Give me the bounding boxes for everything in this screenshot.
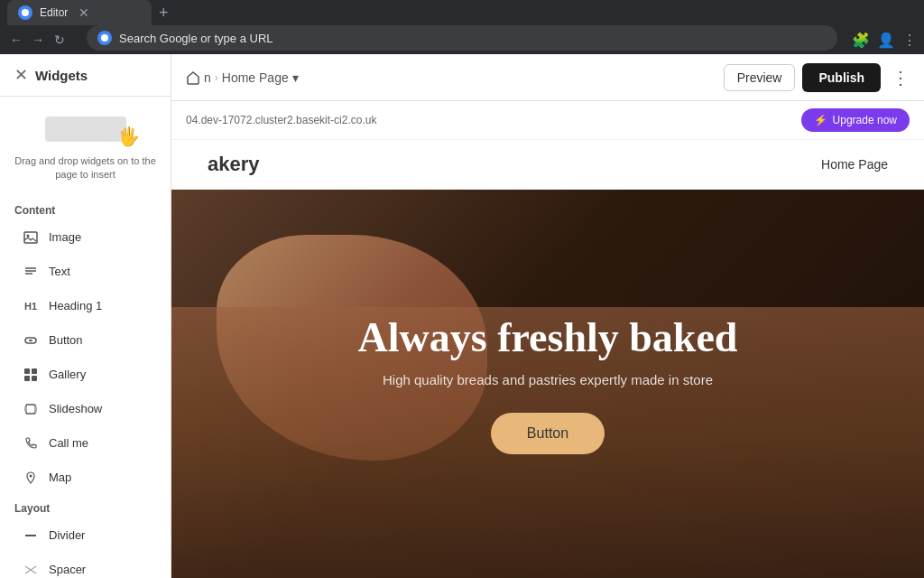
hero-subtitle: High quality breads and pastries expertl… [358, 372, 738, 387]
preview-button[interactable]: Preview [724, 64, 796, 91]
site-logo: akery [208, 153, 260, 176]
svg-rect-14 [34, 406, 37, 412]
sidebar-title: Widgets [35, 68, 88, 83]
editor-main: n › Home Page ▾ Preview Publish ⋮ 04.dev… [171, 54, 924, 578]
drag-hint-text: Drag and drop widgets on to the page to … [14, 154, 156, 182]
header-actions: Preview Publish ⋮ [724, 63, 910, 92]
hero-cta-button[interactable]: Button [491, 413, 605, 454]
active-tab[interactable]: Editor ✕ [7, 0, 152, 25]
button-icon [22, 331, 40, 350]
editor-layout: ✕ Widgets 🖐 Drag and drop widgets on to … [0, 54, 924, 578]
map-icon [22, 469, 40, 487]
image-label: Image [49, 230, 81, 244]
widgets-sidebar: ✕ Widgets 🖐 Drag and drop widgets on to … [0, 54, 171, 578]
svg-rect-0 [24, 232, 37, 243]
sidebar-header: ✕ Widgets [0, 54, 171, 97]
breadcrumb-page[interactable]: Home Page ▾ [222, 70, 299, 85]
widget-item-image[interactable]: Image [7, 221, 163, 254]
widget-item-callme[interactable]: Call me [7, 427, 163, 460]
widget-item-spacer[interactable]: Spacer [7, 554, 163, 578]
browser-actions: 🧩 👤 ⋮ [852, 32, 917, 49]
svg-rect-10 [24, 376, 30, 381]
slideshow-icon [22, 400, 40, 418]
divider-icon [22, 527, 40, 545]
slideshow-label: Slideshow [49, 402, 102, 415]
spacer-label: Spacer [49, 563, 86, 576]
content-section-label: Content [0, 197, 171, 220]
profile-icon[interactable]: 👤 [877, 32, 895, 49]
heading1-icon: H1 [22, 297, 40, 315]
browser-chrome: Editor ✕ + ← → ↻ Search Google or type a… [0, 0, 924, 54]
heading1-label: Heading 1 [49, 299, 102, 312]
reload-button[interactable]: ↻ [51, 31, 69, 49]
drag-rectangle [45, 117, 126, 142]
widget-item-divider[interactable]: Divider [7, 519, 163, 552]
site-favicon [97, 31, 112, 45]
svg-point-1 [27, 234, 30, 237]
svg-rect-11 [32, 376, 37, 381]
page-content: 04.dev-17072.cluster2.basekit-ci2.co.uk … [171, 101, 924, 578]
hero-content: Always freshly baked High quality breads… [358, 313, 738, 454]
spacer-icon [22, 561, 40, 578]
editor-header: n › Home Page ▾ Preview Publish ⋮ [171, 54, 924, 101]
svg-rect-13 [24, 406, 27, 412]
button-label: Button [49, 333, 83, 347]
drag-drop-area: 🖐 Drag and drop widgets on to the page t… [0, 97, 171, 197]
publish-button[interactable]: Publish [802, 63, 881, 92]
more-options-button[interactable]: ⋮ [892, 67, 910, 89]
svg-rect-9 [32, 368, 37, 374]
breadcrumb-home[interactable]: n [186, 70, 211, 85]
menu-icon[interactable]: ⋮ [902, 32, 917, 49]
image-icon [22, 228, 40, 247]
tab-title: Editor [40, 6, 68, 19]
svg-point-15 [30, 474, 32, 477]
hand-cursor-icon: 🖐 [117, 126, 140, 147]
extensions-icon[interactable]: 🧩 [852, 32, 870, 49]
breadcrumb: n › Home Page ▾ [186, 70, 299, 85]
address-bar[interactable]: Search Google or type a URL [87, 25, 837, 51]
nav-icons: ← → ↻ [7, 31, 69, 49]
site-nav-home[interactable]: Home Page [821, 157, 888, 172]
back-button[interactable]: ← [7, 31, 25, 49]
divider-label: Divider [49, 528, 85, 542]
upgrade-label: Upgrade now [833, 114, 897, 126]
drag-icon: 🖐 [32, 111, 140, 147]
forward-button[interactable]: → [29, 31, 47, 49]
address-text: Search Google or type a URL [119, 32, 827, 45]
widget-item-gallery[interactable]: Gallery [7, 359, 163, 391]
hero-section: Always freshly baked High quality breads… [171, 190, 924, 578]
page-dropdown-icon: ▾ [292, 70, 299, 85]
widget-item-button[interactable]: Button [7, 324, 163, 357]
close-sidebar-button[interactable]: ✕ [14, 65, 28, 85]
gallery-label: Gallery [49, 368, 86, 381]
widget-item-heading1[interactable]: H1 Heading 1 [7, 290, 163, 322]
page-url-bar: 04.dev-17072.cluster2.basekit-ci2.co.uk … [171, 101, 924, 140]
callme-label: Call me [49, 436, 88, 450]
gallery-icon [22, 366, 40, 384]
site-header: akery Home Page [171, 140, 924, 190]
text-label: Text [49, 265, 70, 278]
page-url-text: 04.dev-17072.cluster2.basekit-ci2.co.uk [186, 114, 376, 126]
new-tab-button[interactable]: + [159, 4, 169, 23]
layout-section-label: Layout [0, 495, 171, 518]
widget-item-text[interactable]: Text [7, 256, 163, 288]
breadcrumb-separator: › [215, 71, 218, 84]
upgrade-icon: ⚡ [814, 114, 827, 126]
upgrade-button[interactable]: ⚡ Upgrade now [801, 108, 910, 132]
page-preview-area: 04.dev-17072.cluster2.basekit-ci2.co.uk … [171, 101, 924, 578]
svg-rect-12 [26, 405, 35, 414]
tab-close-icon[interactable]: ✕ [79, 5, 89, 20]
hero-title: Always freshly baked [358, 313, 738, 361]
widget-item-map[interactable]: Map [7, 461, 163, 494]
map-label: Map [49, 471, 71, 484]
callme-icon [22, 434, 40, 452]
text-icon [22, 263, 40, 281]
svg-rect-8 [24, 368, 30, 374]
tab-bar: Editor ✕ + [0, 0, 924, 25]
page-name: Home Page [222, 70, 289, 85]
favicon-icon [18, 5, 32, 20]
widget-item-slideshow[interactable]: Slideshow [7, 393, 163, 425]
